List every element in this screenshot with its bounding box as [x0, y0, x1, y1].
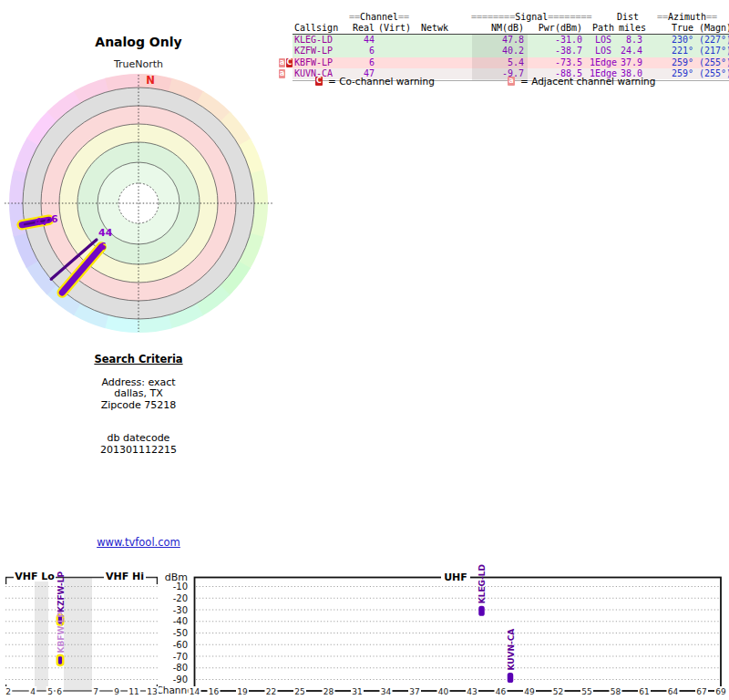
station-marker-KBFW-LP	[57, 655, 64, 665]
col-header-nm: NM(dB)	[471, 23, 524, 34]
channel-group-header: ==Channel==	[344, 12, 415, 23]
channel-tick-label: 43	[467, 687, 477, 696]
channel-tick-label: 46	[496, 687, 507, 696]
channel-tick-label: 52	[553, 687, 563, 696]
search-criteria-title: Search Criteria	[25, 354, 252, 365]
site-link-container: www.tvfool.com	[25, 536, 252, 549]
channel-tick-label: 31	[352, 687, 362, 696]
row-callsign: KLEG-LD	[294, 35, 344, 46]
tvfool-link[interactable]: www.tvfool.com	[97, 536, 180, 549]
adjacent-channel-legend-badge: a	[508, 77, 515, 86]
channel-tick-label: 2	[5, 687, 11, 696]
row-real-channel: 44	[344, 35, 375, 46]
search-criteria-block: Search Criteria Address: exact dallas, T…	[25, 354, 252, 456]
co-channel-legend-text: = Co-channel warning	[328, 76, 435, 87]
azimuth-group-header: ==Azimuth==	[642, 12, 729, 23]
col-header-pwr: Pwr(dBm)	[524, 23, 582, 34]
row-callsign: KZFW-LP	[294, 46, 344, 57]
channel-tick-label: 67	[696, 687, 706, 696]
row-real-channel: 6	[344, 57, 375, 68]
spacer	[25, 411, 252, 433]
pointer-channel-label-KZFW-LP: 6	[99, 241, 107, 252]
y-tick-label: -80	[173, 663, 188, 673]
search-zipcode: Zipcode 75218	[25, 400, 252, 412]
channel-tick-label: 61	[639, 687, 649, 696]
col-header-miles: miles	[619, 23, 642, 34]
band-label: VHF Lo	[15, 571, 55, 582]
row-azimuth-magn: (255°)	[699, 57, 729, 68]
station-label-KBFW-LP: KBFW-LP	[56, 611, 66, 653]
row-azimuth-true: 221°	[642, 46, 693, 57]
polar-chart-title: Analog Only	[29, 35, 248, 49]
adjacent-channel-warning-badge: a	[279, 58, 285, 67]
row-miles: 37.9	[619, 57, 642, 68]
signal-analysis-table: ==Channel== ========Signal======== Dist …	[279, 5, 729, 106]
uhf-band-label: UHF	[444, 571, 467, 583]
nm-column-highlight	[472, 35, 528, 80]
col-header-true: True	[642, 23, 693, 34]
channel-tick-label: 13	[147, 687, 157, 696]
channel-tick-label: 69	[715, 687, 726, 696]
warning-legend: C = Co-channel warning a = Adjacent chan…	[279, 76, 729, 88]
row-miles: 24.4	[619, 46, 642, 57]
search-city: dallas, TX	[25, 388, 252, 400]
channel-tick-label: 28	[323, 687, 334, 696]
pointer-channel-label-KLEG-LD: 44	[98, 227, 113, 239]
row-azimuth-magn: (217°)	[699, 46, 729, 57]
y-tick-label: -20	[173, 593, 188, 603]
col-header-real: Real	[344, 23, 375, 34]
col-header-virt: (Virt)	[375, 23, 415, 34]
non-broadcast-band	[64, 577, 92, 691]
co-channel-warning-badge: C	[286, 58, 293, 67]
col-header-magn: (Magn)	[699, 23, 729, 34]
row-real-channel: 6	[344, 46, 375, 57]
non-broadcast-band	[35, 577, 48, 691]
row-azimuth-true: 259°	[642, 57, 693, 68]
channel-tick-label: 4	[30, 687, 36, 696]
channel-tick-label: 55	[581, 687, 591, 696]
channel-tick-label: 5	[47, 687, 53, 696]
adjacent-channel-legend-text: = Adjacent channel warning	[520, 76, 655, 87]
db-datecode-label: db datecode	[25, 433, 252, 445]
channel-tick-label: 16	[209, 687, 220, 696]
channel-tick-label: 37	[409, 687, 419, 696]
row-callsign: KBFW-LP	[294, 57, 344, 68]
col-header-callsign: Callsign	[294, 23, 344, 34]
y-tick-label: -90	[173, 674, 188, 685]
dbm-axis-label: dBm	[165, 571, 188, 583]
pointer-channel-label-KBFW-LP: 6	[51, 213, 58, 225]
channel-tick-label: 64	[668, 687, 679, 696]
db-datecode-value: 201301112215	[25, 445, 252, 457]
true-north-label: TrueNorth	[29, 58, 248, 70]
row-azimuth-true: 230°	[642, 35, 693, 46]
station-label-KUVN-CA: KUVN-CA	[507, 629, 516, 671]
channel-tick-label: 25	[294, 687, 304, 696]
channel-tick-label: 34	[381, 687, 392, 696]
y-tick-label: -60	[173, 640, 188, 650]
channel-tick-label: 19	[237, 687, 248, 696]
channel-tick-label: 49	[524, 687, 535, 696]
band-label: VHF Hi	[106, 571, 144, 582]
row-azimuth-magn: (227°)	[699, 35, 729, 46]
channel-tick-label: 14	[190, 687, 200, 696]
station-marker-KUVN-CA	[508, 673, 514, 683]
channel-tick-label: 58	[611, 687, 621, 696]
dist-group-header: Dist	[613, 12, 642, 23]
y-tick-label: -70	[173, 652, 188, 662]
channel-tick-label: 11	[128, 687, 139, 696]
station-marker-KLEG-LD	[478, 606, 485, 616]
row-pwr: -31.0	[524, 35, 582, 46]
channel-tick-label: 7	[93, 687, 98, 696]
uhf-panel-border	[195, 578, 722, 692]
channel-tick-label: 9	[114, 687, 119, 696]
y-tick-label: -50	[173, 628, 188, 638]
col-header-netwk: Netwk	[415, 23, 455, 34]
co-channel-legend-badge: C	[315, 77, 323, 86]
tvfool-report-page: 446476-10-20-30-40-50-60-70-80-90VHF LoV…	[0, 0, 729, 700]
signal-group-header: ========Signal========	[471, 12, 582, 23]
table-header-groups: ==Channel== ========Signal======== Dist …	[293, 12, 729, 23]
station-label-KLEG-LD: KLEG-LD	[477, 564, 487, 603]
station-label-KZFW-LP: KZFW-LP	[56, 571, 66, 612]
row-pwr: -38.7	[524, 46, 582, 57]
channel-tick-label: 6	[56, 687, 62, 696]
